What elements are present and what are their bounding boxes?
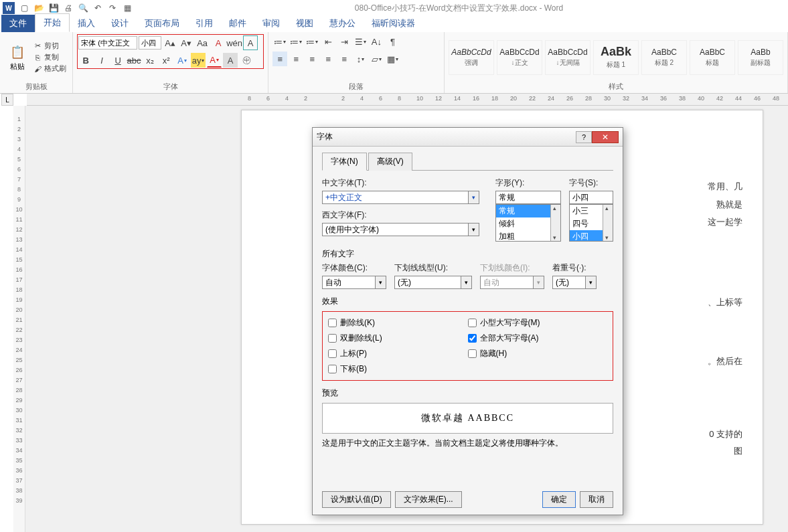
distribute-button[interactable]: ≡ bbox=[337, 52, 351, 66]
underline-button[interactable]: U bbox=[110, 53, 125, 68]
char-border-button[interactable]: A bbox=[243, 35, 258, 50]
align-left-button[interactable]: ≡ bbox=[272, 52, 287, 66]
format-painter-button[interactable]: 🖌格式刷 bbox=[33, 64, 66, 74]
word-app-icon: W bbox=[3, 2, 15, 14]
font-size-combo[interactable]: 小四 bbox=[139, 36, 161, 50]
bullets-button[interactable]: ≔ bbox=[272, 34, 287, 49]
text-effects-button[interactable]: 文字效果(E)... bbox=[395, 491, 462, 508]
font-name-combo[interactable]: 宋体 (中文正文 bbox=[78, 36, 137, 50]
copy-button[interactable]: ⎘复制 bbox=[33, 52, 66, 62]
style-↓无间隔[interactable]: AaBbCcDd↓无间隔 bbox=[545, 40, 590, 75]
paste-button[interactable]: 📋 粘贴 bbox=[4, 43, 31, 72]
checkbox-上标(P)[interactable]: 上标(P) bbox=[328, 348, 468, 359]
tab-福昕阅读器[interactable]: 福昕阅读器 bbox=[364, 15, 423, 32]
ok-button[interactable]: 确定 bbox=[542, 491, 576, 508]
borders-button[interactable]: ▦ bbox=[385, 52, 400, 66]
brush-icon: 🖌 bbox=[33, 64, 42, 74]
numbering-button[interactable]: ≔ bbox=[289, 34, 303, 49]
style-listbox[interactable]: 常规倾斜加粗 bbox=[495, 204, 561, 242]
print-preview-icon[interactable]: 🔍 bbox=[78, 3, 88, 13]
cn-font-combo[interactable]: +中文正文▾ bbox=[322, 191, 479, 204]
char-shading-button[interactable]: A bbox=[223, 53, 238, 68]
style-强调[interactable]: AaBbCcDd强调 bbox=[449, 40, 494, 75]
checkbox-全部大写字母(A)[interactable]: 全部大写字母(A) bbox=[468, 333, 608, 344]
decrease-indent-button[interactable]: ⇤ bbox=[321, 34, 335, 49]
checkbox-下标(B)[interactable]: 下标(B) bbox=[328, 363, 468, 375]
grow-font-button[interactable]: A▴ bbox=[163, 35, 177, 50]
style-标题[interactable]: AaBbC标题 bbox=[690, 40, 735, 75]
tab-开始[interactable]: 开始 bbox=[35, 13, 70, 32]
ruler-corner[interactable]: L bbox=[1, 94, 13, 106]
open-icon[interactable]: 📂 bbox=[33, 3, 44, 13]
text-direction-button[interactable]: ☰ bbox=[353, 34, 368, 49]
cancel-button[interactable]: 取消 bbox=[580, 491, 613, 508]
style-副标题[interactable]: AaBb副标题 bbox=[738, 40, 783, 75]
tab-设计[interactable]: 设计 bbox=[103, 15, 137, 32]
tab-邮件[interactable]: 邮件 bbox=[221, 15, 254, 32]
multilevel-button[interactable]: ≔ bbox=[305, 34, 319, 49]
undo-icon[interactable]: ↶ bbox=[92, 3, 103, 13]
clear-format-button[interactable]: A bbox=[211, 35, 226, 50]
tab-文件[interactable]: 文件 bbox=[1, 15, 35, 32]
checkbox-小型大写字母(M)[interactable]: 小型大写字母(M) bbox=[468, 317, 608, 329]
tab-慧办公[interactable]: 慧办公 bbox=[321, 15, 364, 32]
tab-视图[interactable]: 视图 bbox=[288, 15, 321, 32]
table-icon[interactable]: ▦ bbox=[122, 3, 133, 13]
emphasis-combo[interactable]: (无)▾ bbox=[552, 276, 597, 289]
tab-页面布局[interactable]: 页面布局 bbox=[137, 15, 187, 32]
font-group-highlight: 宋体 (中文正文 小四 A▴ A▾ Aa A wén A B I U abc x… bbox=[77, 34, 264, 69]
line-spacing-button[interactable]: ↕ bbox=[353, 52, 368, 66]
style-input[interactable]: 常规 bbox=[495, 191, 561, 204]
shrink-font-button[interactable]: A▾ bbox=[179, 35, 193, 50]
style-标题 2[interactable]: AaBbC标题 2 bbox=[641, 40, 687, 75]
italic-button[interactable]: I bbox=[94, 53, 109, 68]
highlight-button[interactable]: ay bbox=[191, 53, 206, 68]
subscript-button[interactable]: x₂ bbox=[143, 53, 157, 68]
close-button[interactable]: ✕ bbox=[592, 131, 619, 143]
sort-button[interactable]: A↓ bbox=[369, 34, 384, 49]
horizontal-ruler[interactable]: 8642246810121416182022242628303234363840… bbox=[27, 94, 788, 106]
tab-引用[interactable]: 引用 bbox=[187, 15, 221, 32]
vertical-ruler[interactable]: 1234567891011121314151617181920212223242… bbox=[13, 106, 25, 532]
size-listbox[interactable]: 小三四号小四 bbox=[569, 204, 613, 242]
tab-advanced[interactable]: 高级(V) bbox=[368, 153, 412, 171]
phonetic-guide-button[interactable]: wén bbox=[227, 35, 242, 50]
align-center-button[interactable]: ≡ bbox=[289, 52, 303, 66]
style-label: 字形(Y): bbox=[495, 177, 561, 189]
checkbox-隐藏(H)[interactable]: 隐藏(H) bbox=[468, 348, 608, 359]
print-icon[interactable]: 🖨 bbox=[63, 3, 74, 13]
checkbox-删除线(K)[interactable]: 删除线(K) bbox=[328, 317, 468, 329]
underline-combo[interactable]: (无)▾ bbox=[394, 276, 472, 289]
preview-label: 预览 bbox=[322, 387, 613, 399]
checkbox-双删除线(L)[interactable]: 双删除线(L) bbox=[328, 333, 468, 344]
redo-icon[interactable]: ↷ bbox=[107, 3, 118, 13]
strikethrough-button[interactable]: abc bbox=[127, 53, 141, 68]
style-↓正文[interactable]: AaBbCcDd↓正文 bbox=[497, 40, 542, 75]
text-effects-button[interactable]: A bbox=[175, 53, 189, 68]
help-button[interactable]: ? bbox=[576, 131, 592, 143]
save-icon[interactable]: 💾 bbox=[48, 3, 59, 13]
enclose-char-button[interactable]: ㊥ bbox=[239, 53, 254, 68]
superscript-button[interactable]: x² bbox=[159, 53, 173, 68]
justify-button[interactable]: ≡ bbox=[321, 52, 335, 66]
cut-button[interactable]: ✂剪切 bbox=[33, 41, 66, 51]
font-color-button[interactable]: A bbox=[207, 53, 222, 68]
size-input[interactable]: 小四 bbox=[569, 191, 613, 204]
tab-插入[interactable]: 插入 bbox=[70, 15, 103, 32]
show-marks-button[interactable]: ¶ bbox=[385, 34, 400, 49]
tab-审阅[interactable]: 审阅 bbox=[254, 15, 288, 32]
style-标题 1[interactable]: AaBk标题 1 bbox=[593, 40, 639, 75]
set-default-button[interactable]: 设为默认值(D) bbox=[322, 491, 391, 508]
dialog-title-bar[interactable]: 字体 ? ✕ bbox=[313, 128, 623, 147]
bold-button[interactable]: B bbox=[78, 53, 93, 68]
ribbon: 📋 粘贴 ✂剪切 ⎘复制 🖌格式刷 剪贴板 宋体 (中文正文 小四 A▴ A▾ … bbox=[0, 32, 788, 94]
tab-font[interactable]: 字体(N) bbox=[322, 153, 367, 171]
new-doc-icon[interactable]: ▢ bbox=[19, 3, 29, 13]
increase-indent-button[interactable]: ⇥ bbox=[337, 34, 351, 49]
change-case-button[interactable]: Aa bbox=[195, 35, 210, 50]
underline-color-combo: 自动▾ bbox=[480, 276, 544, 289]
west-font-combo[interactable]: (使用中文字体)▾ bbox=[322, 223, 479, 236]
color-combo[interactable]: 自动▾ bbox=[322, 276, 386, 289]
align-right-button[interactable]: ≡ bbox=[305, 52, 319, 66]
shading-button[interactable]: ▱ bbox=[369, 52, 384, 66]
